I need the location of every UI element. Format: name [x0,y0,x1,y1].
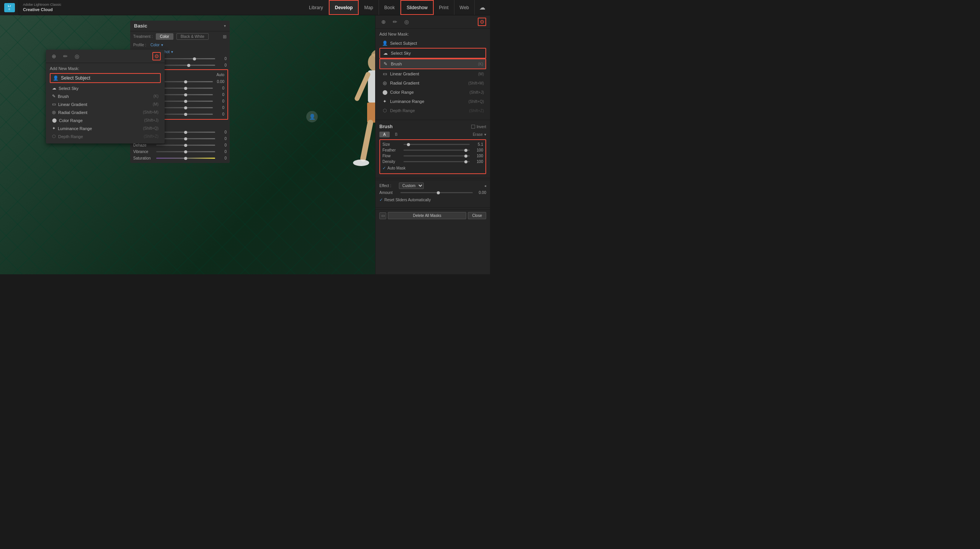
bw-treatment-btn[interactable]: Black & White [176,33,209,40]
shadows-slider[interactable] [158,101,213,102]
vibrance-label: Vibrance [133,150,156,154]
left-depth-range[interactable]: ⬡ Depth Range (Shift+Z) [50,132,161,140]
left-depth-shortcut: (Shift+Z) [144,134,158,138]
density-slider[interactable] [403,161,470,162]
density-value: 100 [470,160,483,164]
exposure-slider[interactable] [158,81,213,82]
saturation-slider[interactable] [156,158,215,159]
left-linear-gradient[interactable]: ▭ Linear Gradient (M) [50,100,161,108]
amount-slider[interactable] [400,192,473,193]
amount-thumb[interactable] [437,191,440,194]
contrast-slider[interactable] [158,88,213,89]
left-select-subject[interactable]: 👤 Select Subject [50,73,161,83]
left-brush[interactable]: ✎ Brush (K) [50,92,161,100]
temp-slider[interactable] [156,58,215,59]
user-icon[interactable]: ☁ [475,0,490,15]
profile-row: Profile : Color ▾ [130,42,230,48]
left-linear-label: Linear Gradient [58,102,87,107]
invert-checkbox[interactable] [471,125,475,129]
radial-gradient-item[interactable]: ◎ Radial Gradient (Shift+M) [379,78,486,88]
clarity-thumb[interactable] [184,137,187,140]
effect-dropdown[interactable]: Custom [399,182,424,189]
luminance-range-item[interactable]: ✦ Luminance Range (Shift+Q) [379,97,486,106]
left-radial-shortcut: (Shift+M) [143,110,158,114]
vibrance-thumb[interactable] [184,150,187,153]
size-slider[interactable] [403,144,470,145]
depth-range-item[interactable]: ⬡ Depth Range (Shift+Z) [379,106,486,115]
exposure-thumb[interactable] [184,80,187,83]
grid-icon: ⊞ [223,34,227,39]
blacks-slider[interactable] [158,114,213,115]
auto-mask-label: Auto Mask [387,166,405,170]
settings-icon[interactable]: ⚙ [478,18,486,26]
brush-tab-a[interactable]: A [379,132,390,137]
left-radial-gradient[interactable]: ◎ Radial Gradient (Shift+M) [50,108,161,116]
nav-develop[interactable]: Develop [329,0,359,15]
auto-btn[interactable]: Auto [216,73,224,77]
left-select-sky[interactable]: ☁ Select Sky [50,84,161,92]
nav-web[interactable]: Web [454,0,475,15]
vibrance-row: Vibrance 0 [130,148,230,155]
eye-icon[interactable]: ◎ [402,18,411,26]
texture-thumb[interactable] [184,131,187,134]
contrast-thumb[interactable] [184,87,187,90]
nav-slideshow[interactable]: Slideshow [400,0,434,15]
mask-thumbnail-icon[interactable]: ▭ [379,212,386,219]
highlights-slider[interactable] [158,94,213,95]
color-treatment-btn[interactable]: Color [156,33,173,40]
brush-tabs-row: A B Erase ▾ [379,132,486,137]
flow-slider[interactable] [403,155,470,156]
feather-slider[interactable] [403,150,470,151]
left-crop-icon[interactable]: ⊕ [50,52,58,60]
whites-value: 0 [213,106,224,110]
color-range-item[interactable]: ⬤ Color Range (Shift+J) [379,88,486,97]
clarity-slider[interactable] [156,138,215,139]
crop-icon[interactable]: ⊕ [379,18,388,26]
left-add-mask-section: Add New Mask: 👤 Select Subject ☁ Select … [46,63,165,143]
texture-slider[interactable] [156,132,215,133]
dehaze-thumb[interactable] [184,144,187,147]
density-thumb[interactable] [464,160,467,163]
close-btn[interactable]: Close [468,212,486,219]
blacks-value: 0 [213,112,224,116]
erase-btn[interactable]: Erase [473,132,483,137]
nav-library[interactable]: Library [304,0,329,15]
left-color-range[interactable]: ⬤ Color Range (Shift+J) [50,116,161,124]
brush-tool-icon[interactable]: ✏ [391,18,399,26]
blacks-thumb[interactable] [184,113,187,116]
vibrance-slider[interactable] [156,151,215,152]
select-sky-item[interactable]: ☁ Select Sky [379,48,486,59]
temp-control [156,58,215,59]
left-brush-icon[interactable]: ✏ [61,52,70,60]
whites-thumb[interactable] [184,106,187,109]
nav-print[interactable]: Print [434,0,454,15]
tint-slider[interactable] [156,65,215,66]
brush-item[interactable]: ✎ Brush (K) [379,59,486,69]
highlights-thumb[interactable] [184,93,187,96]
tint-thumb[interactable] [187,64,190,67]
delete-all-masks-btn[interactable]: Delete All Masks [388,212,466,219]
logo-text: Lr [8,5,11,8]
left-luminance-range[interactable]: ✦ Luminance Range (Shift+Q) [50,124,161,132]
nav-book[interactable]: Book [379,0,400,15]
left-settings-icon[interactable]: ⚙ [152,52,161,60]
temp-thumb[interactable] [193,57,196,60]
nav-map[interactable]: Map [359,0,379,15]
linear-gradient-item[interactable]: ▭ Linear Gradient (M) [379,69,486,78]
temp-value: 0 [215,57,227,61]
saturation-thumb[interactable] [184,157,187,160]
flow-thumb[interactable] [464,155,467,158]
shadows-thumb[interactable] [184,100,187,103]
basic-panel-title: Basic [134,23,147,29]
left-eye-icon[interactable]: ◎ [73,52,81,60]
brush-tab-b[interactable]: B [391,132,402,137]
whites-slider[interactable] [158,107,213,108]
select-subject-item[interactable]: 👤 Select Subject [379,39,486,48]
select-sky-label: Select Sky [391,51,411,55]
dehaze-slider[interactable] [156,145,215,146]
profile-dropdown[interactable]: Color ▾ [150,43,163,47]
flow-value: 100 [470,154,483,158]
size-thumb[interactable] [407,143,410,146]
left-select-sky-label: Select Sky [59,86,78,91]
feather-thumb[interactable] [464,149,467,152]
